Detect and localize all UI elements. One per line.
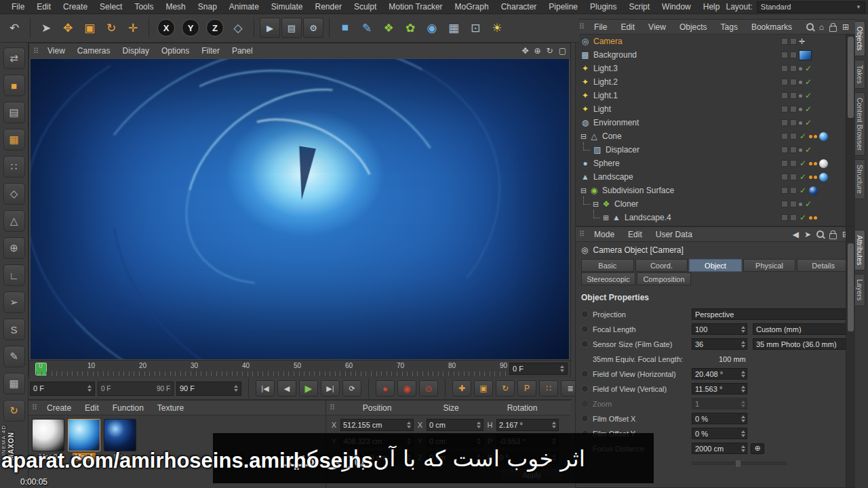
render-visibility-toggle[interactable] [790,201,797,207]
move-tool[interactable]: ✥ [58,18,78,38]
mat-menu-texture[interactable]: Texture [151,402,190,414]
editor-visibility-toggle[interactable] [781,133,788,140]
animation-toggle[interactable] [581,415,589,422]
object-label[interactable]: Landscape.4 [625,213,671,222]
om-menu-tags[interactable]: Tags [715,21,744,33]
enabled-check-icon[interactable]: ✓ [804,145,812,155]
enabled-check-icon[interactable]: ✓ [804,104,812,114]
vp-menu-options[interactable]: Options [156,45,195,57]
enabled-check-icon[interactable]: ✓ [799,213,807,222]
animation-toggle[interactable] [581,370,589,378]
object-row-subdivision-surface[interactable]: ⊟ ◉ Subdivision Surface ✓ [576,184,846,197]
stepper-icon[interactable] [552,422,556,428]
menu-window[interactable]: Window [656,1,697,13]
side-tab-layers[interactable]: Layers [855,274,865,306]
menu-snap[interactable]: Snap [192,1,223,13]
tab-physical[interactable]: Physical [743,259,796,272]
object-row-displacer[interactable]: ▨ Displacer ✓ [576,143,846,157]
zoom-view-icon[interactable]: ⊕ [534,46,541,56]
material-tag-icon[interactable] [819,173,828,182]
menu-file[interactable]: File [5,1,31,13]
camera-tag-icon[interactable]: ✛ [799,37,805,46]
keyframe-selection-button[interactable]: ⊙ [419,380,438,396]
object-label[interactable]: Environment [593,118,639,127]
viewport-canvas[interactable] [31,59,569,359]
panel-grip-icon[interactable]: ⠿ [33,47,38,56]
goto-start-button[interactable]: |◀ [256,380,275,396]
object-label[interactable]: Light.1 [593,91,618,100]
object-row-environment[interactable]: ◍ Environment ✓ [576,116,846,129]
phong-tag-icon[interactable] [809,135,812,138]
stepper-icon[interactable] [407,422,411,428]
layer-dot[interactable] [799,67,802,70]
menu-character[interactable]: Character [495,1,543,13]
menu-tools[interactable]: Tools [128,1,159,13]
timeline-ruler[interactable]: 0 10 20 30 40 50 60 70 80 90 0 F [28,360,571,378]
object-label[interactable]: Displacer [606,145,639,155]
object-row-light2[interactable]: ✦ Light.2 ✓ [576,75,846,89]
rotation-h-input[interactable]: 2.167 ° [496,419,559,431]
object-label[interactable]: Cloner [614,199,638,209]
animation-toggle[interactable] [581,385,589,392]
prev-key-button[interactable]: ◀ [277,380,296,396]
render-visibility-toggle[interactable] [790,92,797,99]
key-parameter-button[interactable]: P [517,380,536,396]
pan-view-icon[interactable]: ✥ [521,46,528,56]
film-offset-y-input[interactable]: 0 % [692,428,747,439]
texture-tag-icon[interactable] [799,50,812,60]
pick-focus-target-icon[interactable]: ⊕ [751,443,764,454]
add-scene-object-button[interactable]: ▦ [443,18,464,38]
stepper-icon[interactable] [741,430,745,437]
editor-visibility-toggle[interactable] [781,92,788,99]
key-scale-button[interactable]: ▣ [474,380,493,396]
range-end-field[interactable]: 90 F [176,382,241,396]
home-icon[interactable]: ⌂ [819,22,824,32]
editor-visibility-toggle[interactable] [781,65,788,72]
tab-coord[interactable]: Coord. [635,259,688,272]
size-x-input[interactable]: 0 cm [427,419,484,431]
fov-horizontal-input[interactable]: 20.408 ° [692,368,747,380]
enabled-check-icon[interactable]: ✓ [804,91,812,100]
add-deformer-button[interactable]: ◉ [422,18,442,38]
menu-select[interactable]: Select [94,1,128,13]
attr-menu-user-data[interactable]: User Data [650,228,698,241]
add-primitive-button[interactable]: ■ [335,18,355,38]
live-selection-tool[interactable]: ➤ [36,18,56,38]
enabled-check-icon[interactable]: ✓ [799,172,807,182]
layer-dot[interactable] [799,81,802,84]
layer-dot[interactable] [799,121,802,125]
stepper-icon[interactable] [741,326,745,333]
attr-menu-edit[interactable]: Edit [622,228,648,241]
add-light-button[interactable]: ☀ [487,18,507,38]
lock-icon[interactable] [829,26,837,32]
mat-menu-create[interactable]: Create [41,402,77,414]
polygons-mode-button[interactable]: △ [3,210,25,232]
material-thumbnail[interactable] [104,419,136,451]
object-label[interactable]: Background [593,50,637,60]
material-tag-icon[interactable] [819,132,828,141]
viewport-solo-button[interactable]: ➢ [3,291,25,313]
render-visibility-toggle[interactable] [790,79,797,85]
enabled-check-icon[interactable]: ✓ [804,199,812,209]
scrollbar-thumb[interactable] [848,243,854,331]
coordinate-system-button[interactable]: ◇ [228,18,248,38]
material-tag-icon[interactable] [819,159,828,168]
axis-mode-button[interactable]: ⊕ [3,237,25,259]
editor-visibility-toggle[interactable] [781,160,788,167]
attribute-scrollbar[interactable] [846,227,855,487]
object-row-background[interactable]: ▩ Background [576,48,846,62]
editor-visibility-toggle[interactable] [781,119,788,126]
history-back-icon[interactable]: ◀ [793,230,799,239]
range-start-field[interactable]: 0 F [30,382,95,396]
film-offset-x-input[interactable]: 0 % [692,413,747,424]
enabled-check-icon[interactable]: ✓ [804,118,812,127]
model-mode-button[interactable]: ■ [3,75,25,96]
collapse-icon[interactable]: ⊟ [580,132,587,141]
enabled-check-icon[interactable]: ✓ [799,159,807,168]
object-label[interactable]: Sphere [593,159,620,168]
add-generator-button[interactable]: ❖ [378,18,399,38]
object-row-light[interactable]: ✦ Light ✓ [576,102,846,116]
menu-plugins[interactable]: Plugins [584,1,623,13]
render-visibility-toggle[interactable] [790,133,797,140]
editor-visibility-toggle[interactable] [781,79,788,85]
